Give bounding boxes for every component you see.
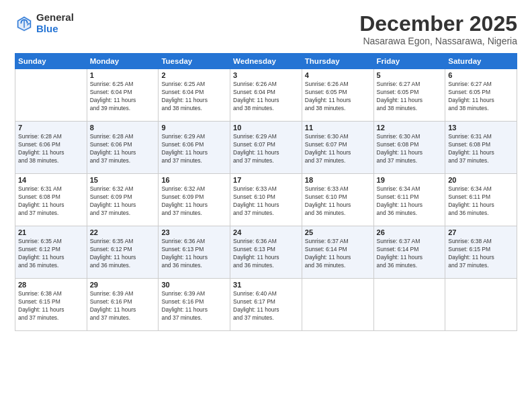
table-row: 21Sunrise: 6:35 AM Sunset: 6:12 PM Dayli… [15, 226, 87, 279]
day-info: Sunrise: 6:32 AM Sunset: 6:09 PM Dayligh… [90, 185, 156, 218]
day-number: 15 [90, 176, 156, 184]
day-number: 16 [161, 176, 227, 184]
day-number: 20 [448, 176, 514, 184]
table-row: 16Sunrise: 6:32 AM Sunset: 6:09 PM Dayli… [159, 174, 230, 226]
day-number: 2 [161, 71, 227, 79]
day-info: Sunrise: 6:29 AM Sunset: 6:07 PM Dayligh… [233, 133, 299, 165]
table-row [302, 279, 373, 331]
day-number: 22 [90, 228, 156, 236]
calendar-week-row: 1Sunrise: 6:25 AM Sunset: 6:04 PM Daylig… [15, 69, 517, 122]
day-info: Sunrise: 6:38 AM Sunset: 6:15 PM Dayligh… [448, 238, 514, 270]
day-info: Sunrise: 6:39 AM Sunset: 6:16 PM Dayligh… [161, 290, 227, 322]
day-info: Sunrise: 6:37 AM Sunset: 6:14 PM Dayligh… [305, 238, 371, 270]
table-row: 4Sunrise: 6:26 AM Sunset: 6:05 PM Daylig… [302, 69, 373, 122]
day-number: 8 [90, 124, 156, 132]
table-row: 7Sunrise: 6:28 AM Sunset: 6:06 PM Daylig… [15, 122, 87, 174]
day-info: Sunrise: 6:30 AM Sunset: 6:08 PM Dayligh… [377, 133, 443, 165]
table-row: 29Sunrise: 6:39 AM Sunset: 6:16 PM Dayli… [87, 279, 159, 331]
table-row: 17Sunrise: 6:33 AM Sunset: 6:10 PM Dayli… [230, 174, 302, 226]
logo: General Blue [15, 12, 74, 34]
day-info: Sunrise: 6:32 AM Sunset: 6:09 PM Dayligh… [161, 185, 227, 218]
day-number: 17 [233, 176, 299, 184]
table-row: 25Sunrise: 6:37 AM Sunset: 6:14 PM Dayli… [302, 226, 373, 279]
day-info: Sunrise: 6:25 AM Sunset: 6:04 PM Dayligh… [161, 81, 227, 113]
day-info: Sunrise: 6:35 AM Sunset: 6:12 PM Dayligh… [90, 238, 156, 270]
col-tuesday: Tuesday [159, 54, 230, 69]
table-row: 22Sunrise: 6:35 AM Sunset: 6:12 PM Dayli… [87, 226, 159, 279]
day-info: Sunrise: 6:26 AM Sunset: 6:05 PM Dayligh… [305, 81, 371, 113]
day-number: 28 [18, 281, 84, 289]
table-row: 23Sunrise: 6:36 AM Sunset: 6:13 PM Dayli… [159, 226, 230, 279]
day-number: 31 [233, 281, 299, 289]
table-row: 5Sunrise: 6:27 AM Sunset: 6:05 PM Daylig… [373, 69, 445, 122]
day-info: Sunrise: 6:28 AM Sunset: 6:06 PM Dayligh… [90, 133, 156, 165]
logo-general: General [36, 12, 74, 24]
day-info: Sunrise: 6:39 AM Sunset: 6:16 PM Dayligh… [90, 290, 156, 322]
day-number: 13 [448, 124, 514, 132]
table-row: 20Sunrise: 6:34 AM Sunset: 6:11 PM Dayli… [445, 174, 517, 226]
day-number: 18 [305, 176, 371, 184]
day-number: 29 [90, 281, 156, 289]
day-number: 25 [305, 228, 371, 236]
table-row: 8Sunrise: 6:28 AM Sunset: 6:06 PM Daylig… [87, 122, 159, 174]
day-number: 27 [448, 228, 514, 236]
page: General Blue December 2025 Nasarawa Egon… [0, 0, 532, 411]
table-row: 15Sunrise: 6:32 AM Sunset: 6:09 PM Dayli… [87, 174, 159, 226]
day-info: Sunrise: 6:29 AM Sunset: 6:06 PM Dayligh… [161, 133, 227, 165]
day-number: 21 [18, 228, 84, 236]
calendar-week-row: 7Sunrise: 6:28 AM Sunset: 6:06 PM Daylig… [15, 122, 517, 174]
day-number: 26 [377, 228, 443, 236]
logo-icon [15, 14, 34, 33]
day-number: 12 [377, 124, 443, 132]
day-number: 7 [18, 124, 84, 132]
day-info: Sunrise: 6:31 AM Sunset: 6:08 PM Dayligh… [448, 133, 514, 165]
day-info: Sunrise: 6:34 AM Sunset: 6:11 PM Dayligh… [448, 185, 514, 218]
day-number: 5 [377, 71, 443, 79]
day-number: 3 [233, 71, 299, 79]
table-row: 26Sunrise: 6:37 AM Sunset: 6:14 PM Dayli… [373, 226, 445, 279]
location-subtitle: Nasarawa Egon, Nassarawa, Nigeria [359, 36, 517, 46]
day-info: Sunrise: 6:30 AM Sunset: 6:07 PM Dayligh… [305, 133, 371, 165]
day-number: 23 [161, 228, 227, 236]
month-title: December 2025 [359, 12, 517, 36]
table-row: 30Sunrise: 6:39 AM Sunset: 6:16 PM Dayli… [159, 279, 230, 331]
day-number: 6 [448, 71, 514, 79]
col-sunday: Sunday [15, 54, 87, 69]
calendar-table: Sunday Monday Tuesday Wednesday Thursday… [15, 53, 517, 331]
header: General Blue December 2025 Nasarawa Egon… [15, 12, 517, 46]
title-block: December 2025 Nasarawa Egon, Nassarawa, … [359, 12, 517, 46]
day-number: 11 [305, 124, 371, 132]
day-info: Sunrise: 6:38 AM Sunset: 6:15 PM Dayligh… [18, 290, 84, 322]
day-info: Sunrise: 6:25 AM Sunset: 6:04 PM Dayligh… [90, 81, 156, 113]
table-row: 9Sunrise: 6:29 AM Sunset: 6:06 PM Daylig… [159, 122, 230, 174]
col-wednesday: Wednesday [230, 54, 302, 69]
day-info: Sunrise: 6:27 AM Sunset: 6:05 PM Dayligh… [377, 81, 443, 113]
table-row [15, 69, 87, 122]
day-number: 1 [90, 71, 156, 79]
calendar-week-row: 14Sunrise: 6:31 AM Sunset: 6:08 PM Dayli… [15, 174, 517, 226]
day-info: Sunrise: 6:27 AM Sunset: 6:05 PM Dayligh… [448, 81, 514, 113]
table-row: 28Sunrise: 6:38 AM Sunset: 6:15 PM Dayli… [15, 279, 87, 331]
table-row: 19Sunrise: 6:34 AM Sunset: 6:11 PM Dayli… [373, 174, 445, 226]
table-row: 31Sunrise: 6:40 AM Sunset: 6:17 PM Dayli… [230, 279, 302, 331]
calendar-header-row: Sunday Monday Tuesday Wednesday Thursday… [15, 54, 517, 69]
day-info: Sunrise: 6:28 AM Sunset: 6:06 PM Dayligh… [18, 133, 84, 165]
table-row: 6Sunrise: 6:27 AM Sunset: 6:05 PM Daylig… [445, 69, 517, 122]
day-info: Sunrise: 6:40 AM Sunset: 6:17 PM Dayligh… [233, 290, 299, 322]
table-row: 13Sunrise: 6:31 AM Sunset: 6:08 PM Dayli… [445, 122, 517, 174]
calendar-week-row: 28Sunrise: 6:38 AM Sunset: 6:15 PM Dayli… [15, 279, 517, 331]
col-thursday: Thursday [302, 54, 373, 69]
table-row: 27Sunrise: 6:38 AM Sunset: 6:15 PM Dayli… [445, 226, 517, 279]
day-info: Sunrise: 6:34 AM Sunset: 6:11 PM Dayligh… [377, 185, 443, 218]
table-row [445, 279, 517, 331]
table-row: 11Sunrise: 6:30 AM Sunset: 6:07 PM Dayli… [302, 122, 373, 174]
table-row: 12Sunrise: 6:30 AM Sunset: 6:08 PM Dayli… [373, 122, 445, 174]
table-row: 10Sunrise: 6:29 AM Sunset: 6:07 PM Dayli… [230, 122, 302, 174]
logo-text: General Blue [36, 12, 74, 34]
table-row: 18Sunrise: 6:33 AM Sunset: 6:10 PM Dayli… [302, 174, 373, 226]
table-row: 14Sunrise: 6:31 AM Sunset: 6:08 PM Dayli… [15, 174, 87, 226]
day-info: Sunrise: 6:26 AM Sunset: 6:04 PM Dayligh… [233, 81, 299, 113]
day-number: 9 [161, 124, 227, 132]
day-number: 10 [233, 124, 299, 132]
table-row [373, 279, 445, 331]
